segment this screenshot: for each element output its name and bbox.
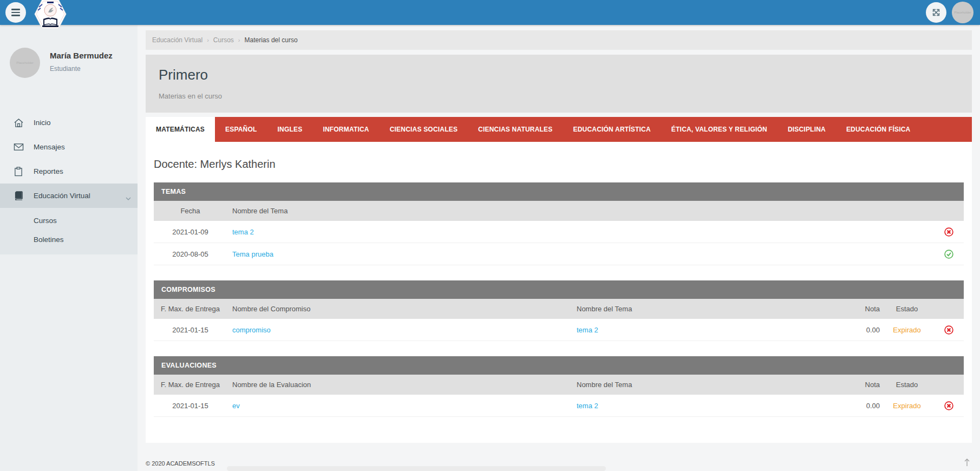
sidebar-item-reportes[interactable]: Reportes [0, 159, 138, 184]
breadcrumb-educacion-virtual[interactable]: Educación Virtual [152, 36, 202, 44]
sidebar-item-label: Educación Virtual [34, 192, 90, 200]
compromisos-header-row: F. Max. de Entrega Nombre del Compromiso… [154, 299, 964, 319]
user-avatar-topbar[interactable]: Placeholder [952, 2, 974, 23]
table-row: 2021-01-15 ev tema 2 0.00 Expirado [154, 395, 964, 417]
sidebar-item-label: Reportes [34, 167, 63, 175]
breadcrumb-cursos[interactable]: Cursos [213, 36, 234, 44]
tab-disciplina[interactable]: DISCIPLINA [778, 117, 836, 142]
sidebar-item-educacion-virtual[interactable]: Educación Virtual [0, 184, 138, 208]
footer: © 2020 ACADEMSOFTLS [146, 446, 972, 471]
breadcrumb-current: Materias del curso [245, 36, 298, 44]
home-icon [13, 118, 24, 128]
col-header-fmax: F. Max. de Entrega [154, 305, 227, 313]
sidebar-subitem-boletines[interactable]: Boletines [0, 230, 138, 249]
chevron-down-icon [126, 194, 131, 202]
breadcrumb-separator: › [238, 37, 240, 43]
page-title: Primero [159, 67, 959, 83]
table-row: 2020-08-05 Tema prueba [154, 243, 964, 265]
fullscreen-button[interactable] [926, 2, 946, 23]
teacher-name: Docente: Merlys Katherin [154, 158, 964, 171]
times-circle-icon [934, 227, 964, 237]
col-header-nombre-tema: Nombre del Tema [227, 207, 934, 215]
tab-espanol[interactable]: ESPAÑOL [215, 117, 267, 142]
tab-ciencias-naturales[interactable]: CIENCIAS NATURALES [468, 117, 563, 142]
user-panel: Placeholder María Bermudez Estudiante [0, 25, 138, 78]
evaluacion-link[interactable]: ev [232, 402, 240, 410]
tab-etica-valores-religion[interactable]: ÉTICA, VALORES Y RELIGIÓN [661, 117, 778, 142]
tema-fecha: 2020-08-05 [154, 250, 227, 258]
topbar: Placeholder [0, 0, 980, 25]
evaluaciones-title: EVALUACIONES [154, 356, 964, 375]
envelope-icon [13, 143, 24, 151]
tab-educacion-fisica[interactable]: EDUCACIÓN FÍSICA [836, 117, 921, 142]
copyright-text: © 2020 ACADEMSOFTLS [146, 460, 215, 467]
sidebar-item-label: Inicio [34, 119, 51, 127]
temas-header-row: Fecha Nombre del Tema [154, 201, 964, 221]
scroll-top-icon[interactable] [963, 458, 971, 468]
check-circle-icon [934, 250, 964, 259]
course-detail-card: Docente: Merlys Katherin TEMAS Fecha Nom… [146, 142, 972, 443]
tab-educacion-artistica[interactable]: EDUCACIÓN ARTÍSTICA [563, 117, 661, 142]
evaluacion-fecha: 2021-01-15 [154, 402, 227, 410]
tab-ingles[interactable]: INGLES [267, 117, 313, 142]
main-content: Educación Virtual › Cursos › Materias de… [138, 25, 980, 471]
page-header-panel: Primero Materias en el curso [146, 55, 972, 113]
status-badge: Expirado [880, 326, 934, 334]
avatar-placeholder-label: Placeholder [954, 11, 971, 14]
col-header-nombre-tema: Nombre del Tema [577, 381, 837, 389]
logo-book [42, 18, 58, 28]
tab-informatica[interactable]: INFORMATICA [312, 117, 379, 142]
tema-link[interactable]: Tema prueba [232, 250, 273, 258]
hamburger-icon [11, 9, 20, 16]
compromiso-link[interactable]: compromiso [232, 326, 271, 334]
clipboard-icon [13, 167, 24, 176]
sidebar-subitem-cursos[interactable]: Cursos [0, 211, 138, 230]
sidebar: Placeholder María Bermudez Estudiante In… [0, 25, 138, 471]
tema-link[interactable]: tema 2 [577, 402, 598, 410]
tema-link[interactable]: tema 2 [577, 326, 598, 334]
user-name: María Bermudez [50, 51, 113, 60]
compromiso-fecha: 2021-01-15 [154, 326, 227, 334]
col-header-estado: Estado [880, 305, 934, 313]
tab-matematicas[interactable]: MATEMÁTICAS [146, 117, 215, 142]
col-header-fecha: Fecha [154, 207, 227, 215]
school-logo[interactable] [34, 0, 67, 32]
user-role: Estudiante [50, 65, 113, 73]
breadcrumb-separator: › [207, 37, 209, 43]
sidebar-item-inicio[interactable]: Inicio [0, 110, 138, 135]
col-header-nota: Nota [837, 305, 880, 313]
table-row: 2021-01-15 compromiso tema 2 0.00 Expira… [154, 319, 964, 341]
temas-table: TEMAS Fecha Nombre del Tema 2021-01-09 t… [154, 182, 964, 265]
tema-fecha: 2021-01-09 [154, 228, 227, 236]
breadcrumb: Educación Virtual › Cursos › Materias de… [146, 30, 972, 50]
hamburger-menu-button[interactable] [5, 2, 26, 23]
tab-ciencias-sociales[interactable]: CIENCIAS SOCIALES [380, 117, 468, 142]
user-avatar[interactable]: Placeholder [10, 48, 40, 78]
compromisos-table: COMPROMISOS F. Max. de Entrega Nombre de… [154, 280, 964, 341]
footer-shadow-bar [227, 466, 606, 471]
col-header-estado: Estado [880, 381, 934, 389]
subject-tabs: MATEMÁTICAS ESPAÑOL INGLES INFORMATICA C… [146, 117, 972, 142]
avatar-placeholder-label: Placeholder [16, 61, 34, 64]
evaluaciones-table: EVALUACIONES F. Max. de Entrega Nombre d… [154, 356, 964, 417]
sidebar-submenu-educacion-virtual: Cursos Boletines [0, 208, 138, 254]
page-subtitle: Materias en el curso [159, 92, 959, 100]
sidebar-item-label: Mensajes [34, 143, 65, 151]
compromisos-title: COMPROMISOS [154, 280, 964, 299]
compromiso-nota: 0.00 [837, 326, 880, 334]
evaluacion-nota: 0.00 [837, 402, 880, 410]
times-circle-icon [934, 325, 964, 335]
sidebar-menu: Inicio Mensajes Reportes [0, 110, 138, 254]
col-header-nombre-tema: Nombre del Tema [577, 305, 837, 313]
col-header-nombre-evaluacion: Nombre de la Evaluacion [227, 381, 577, 389]
sidebar-item-mensajes[interactable]: Mensajes [0, 135, 138, 159]
table-row: 2021-01-09 tema 2 [154, 221, 964, 243]
status-badge: Expirado [880, 402, 934, 410]
book-icon [13, 191, 24, 200]
tema-link[interactable]: tema 2 [232, 228, 254, 236]
times-circle-icon [934, 401, 964, 410]
evaluaciones-header-row: F. Max. de Entrega Nombre de la Evaluaci… [154, 375, 964, 395]
col-header-nombre-compromiso: Nombre del Compromiso [227, 305, 577, 313]
col-header-fmax: F. Max. de Entrega [154, 381, 227, 389]
col-header-nota: Nota [837, 381, 880, 389]
